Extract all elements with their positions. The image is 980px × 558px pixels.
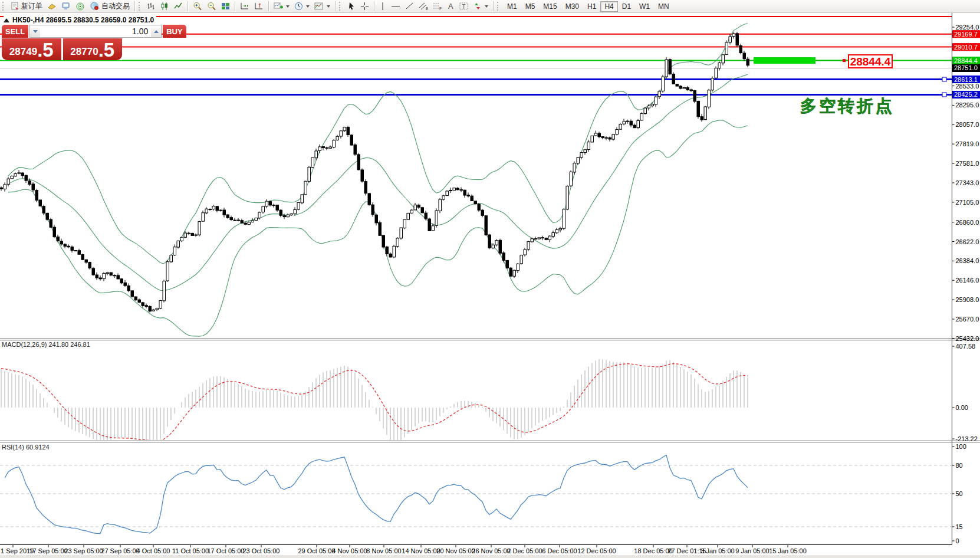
sell-price-main: 28749 xyxy=(9,44,37,60)
buy-price-display[interactable]: 28770.5 xyxy=(63,38,123,60)
candlestick-chart-button[interactable] xyxy=(158,1,172,12)
indicators-button[interactable] xyxy=(271,1,292,12)
dropdown-arrow-icon xyxy=(485,5,488,8)
rsi-tick-label: 80 xyxy=(956,462,963,469)
fibonacci-button[interactable]: F xyxy=(430,1,445,12)
toolbar-grip[interactable] xyxy=(139,2,142,11)
time-tick-label: 11 Oct 05:00 xyxy=(172,547,209,554)
time-tick-label: 23 Sep 05:00 xyxy=(64,547,103,554)
time-tick-label: 29 Oct 05:00 xyxy=(298,547,336,554)
toolbar-separator xyxy=(268,1,269,11)
time-tick-label: 3 Jan 05:00 xyxy=(701,547,735,554)
timeframe-H1[interactable]: H1 xyxy=(583,1,600,12)
toolbar-grip[interactable] xyxy=(497,2,501,11)
signals-button[interactable] xyxy=(73,1,87,12)
bar-chart-icon xyxy=(147,2,156,11)
template-icon xyxy=(314,2,324,11)
cursor-button[interactable] xyxy=(345,1,358,12)
rsi-panel xyxy=(0,455,952,534)
vertical-line-button[interactable] xyxy=(377,1,389,12)
sell-price-display[interactable]: 28749.5 xyxy=(2,38,61,60)
dropdown-arrow-icon xyxy=(306,5,310,8)
time-tick-label: 18 Dec 05:00 xyxy=(634,547,672,554)
line-chart-button[interactable] xyxy=(172,1,185,12)
indicators-add-icon xyxy=(274,2,283,11)
time-tick-label: 20 Nov 05:00 xyxy=(436,547,475,554)
autotrading-label: 自动交易 xyxy=(101,1,130,11)
toolbar-separator xyxy=(188,1,188,11)
zoom-out-button[interactable] xyxy=(205,1,219,12)
line-handle xyxy=(942,93,946,97)
clock-icon xyxy=(294,2,303,11)
macd-indicator-label: MACD(12,26,9) 241.80 246.81 xyxy=(2,341,90,348)
dropdown-arrow-icon xyxy=(327,5,330,8)
new-order-button[interactable]: 新订单 xyxy=(8,1,45,12)
fibonacci-icon: F xyxy=(433,2,442,11)
arrows-button[interactable] xyxy=(471,1,491,12)
crosshair-button[interactable] xyxy=(358,1,371,12)
timeframe-D1[interactable]: D1 xyxy=(618,1,635,12)
time-tick-label: 26 Nov 05:00 xyxy=(472,547,510,554)
auto-scroll-button[interactable] xyxy=(238,1,252,12)
chart-shift-button[interactable] xyxy=(252,1,266,12)
autotrading-button[interactable]: 自动交易 xyxy=(87,1,132,12)
macd-tick-label: -213.22 xyxy=(956,435,978,442)
zoom-in-button[interactable] xyxy=(190,1,205,12)
time-tick-label: 6 Dec 05:00 xyxy=(542,547,577,554)
tile-windows-button[interactable] xyxy=(219,1,232,12)
zoom-in-icon xyxy=(193,2,202,11)
price-tick-label: 26384.0 xyxy=(956,257,979,264)
equidistant-channel-button[interactable]: E xyxy=(416,1,430,12)
collapse-panel-icon[interactable] xyxy=(4,18,9,22)
rsi-line xyxy=(5,455,748,534)
trendline-button[interactable] xyxy=(403,1,416,12)
timeframe-H4[interactable]: H4 xyxy=(600,1,617,12)
toolbar-separator xyxy=(335,1,336,11)
rsi-indicator-label: RSI(14) 60.9124 xyxy=(2,444,50,451)
line-chart-icon xyxy=(174,2,183,11)
chart-canvas[interactable]: 29254.028533.028295.028057.027819.027581… xyxy=(0,0,980,558)
macd-tick-label: 0.00 xyxy=(956,404,968,411)
autotrading-icon xyxy=(90,2,100,11)
metaeditor-icon xyxy=(47,2,57,11)
price-badge-label: 28613.1 xyxy=(954,76,978,83)
volume-decrease-button[interactable] xyxy=(30,25,40,37)
symbol-ohlc-text: HK50-,H4 28695.5 28830.5 28659.0 28751.0 xyxy=(12,16,154,24)
sell-button[interactable]: SELL xyxy=(2,25,28,38)
volume-increase-button[interactable] xyxy=(151,25,161,37)
timeframe-MN[interactable]: MN xyxy=(654,1,673,12)
price-tick-label: 25670.0 xyxy=(956,316,979,323)
timeframe-M30[interactable]: M30 xyxy=(561,1,583,12)
metaeditor-button[interactable] xyxy=(45,1,59,12)
toolbar-separator xyxy=(374,1,374,11)
timeframe-M15[interactable]: M15 xyxy=(539,1,561,12)
horizontal-line-button[interactable] xyxy=(389,1,403,12)
timeframe-W1[interactable]: W1 xyxy=(635,1,654,12)
time-tick-label: 8 Nov 05:00 xyxy=(366,547,401,554)
templates-button[interactable] xyxy=(312,1,333,12)
volume-input[interactable] xyxy=(40,25,151,37)
price-badge-label: 29169.7 xyxy=(954,31,978,38)
text-label-button[interactable]: T xyxy=(457,1,471,12)
chart-symbol-readout: HK50-,H4 28695.5 28830.5 28659.0 28751.0 xyxy=(4,16,156,24)
text-button[interactable]: A xyxy=(445,1,457,12)
terminal-button[interactable] xyxy=(59,1,73,12)
price-tick-label: 25908.0 xyxy=(956,296,979,303)
periods-button[interactable] xyxy=(292,1,312,12)
callout-anchor-square xyxy=(843,59,846,62)
text-icon: A xyxy=(447,2,455,11)
time-tick-label: 2 Dec 05:00 xyxy=(507,547,542,554)
time-tick-label: 4 Oct 05:00 xyxy=(137,547,170,554)
price-tick-label: 27581.0 xyxy=(956,160,979,167)
price-tick-label: 26622.0 xyxy=(956,238,979,245)
toolbar-grip[interactable] xyxy=(2,2,6,11)
dropdown-arrow-icon xyxy=(286,5,290,8)
bar-chart-button[interactable] xyxy=(144,1,158,12)
timeframe-M5[interactable]: M5 xyxy=(521,1,540,12)
toolbar-separator xyxy=(493,1,494,11)
buy-button[interactable]: BUY xyxy=(163,25,186,38)
toolbar-grip[interactable] xyxy=(339,2,343,11)
price-badge-label: 28844.4 xyxy=(954,57,978,64)
rsi-tick-label: 50 xyxy=(956,490,963,497)
timeframe-M1[interactable]: M1 xyxy=(503,1,521,12)
